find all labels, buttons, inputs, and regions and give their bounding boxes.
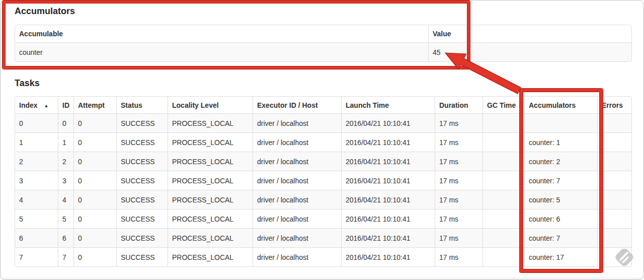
- accumulators-row-0: counter45: [15, 42, 631, 61]
- tasks-cell-locality-level: PROCESS_LOCAL: [168, 152, 253, 171]
- tasks-cell-duration: 17 ms: [435, 228, 482, 247]
- tasks-column-header-locality-level[interactable]: Locality Level: [168, 97, 253, 113]
- tasks-cell-executor-id-host: driver / localhost: [253, 228, 341, 247]
- tasks-table-body: 000SUCCESSPROCESS_LOCALdriver / localhos…: [15, 113, 631, 266]
- tasks-cell-accumulators: counter: 7: [524, 228, 597, 247]
- accumulators-column-header-value: Value: [428, 25, 631, 42]
- tasks-cell-duration: 17 ms: [435, 190, 482, 209]
- tasks-cell-status: SUCCESS: [116, 209, 168, 228]
- tasks-cell-duration: 17 ms: [435, 132, 482, 152]
- tasks-cell-errors: [597, 152, 631, 171]
- tasks-table-head: Index▲IDAttemptStatusLocality LevelExecu…: [15, 97, 631, 113]
- accumulators-cell-accumulable: counter: [15, 42, 428, 61]
- tasks-cell-id: 0: [58, 113, 73, 132]
- column-header-label: Accumulable: [19, 30, 63, 38]
- tasks-table: Index▲IDAttemptStatusLocality LevelExecu…: [15, 96, 632, 267]
- tasks-cell-executor-id-host: driver / localhost: [253, 247, 341, 266]
- tasks-cell-accumulators: counter: 2: [524, 152, 597, 171]
- tasks-cell-errors: [597, 228, 631, 247]
- tasks-column-header-status[interactable]: Status: [116, 97, 168, 113]
- screenshot-frame: Accumulators AccumulableValue counter45 …: [0, 0, 644, 280]
- tasks-row-0: 000SUCCESSPROCESS_LOCALdriver / localhos…: [15, 113, 631, 132]
- tasks-cell-executor-id-host: driver / localhost: [253, 190, 341, 209]
- accumulators-table: AccumulableValue counter45: [15, 25, 632, 62]
- tasks-cell-status: SUCCESS: [116, 132, 168, 152]
- tasks-column-header-executor-id-host[interactable]: Executor ID / Host: [253, 97, 341, 113]
- tasks-cell-locality-level: PROCESS_LOCAL: [168, 209, 253, 228]
- tasks-cell-index: 0: [15, 113, 58, 132]
- column-header-label: Attempt: [78, 101, 105, 109]
- column-header-label: Errors: [602, 101, 623, 109]
- tasks-cell-accumulators: counter: 7: [524, 171, 597, 190]
- column-header-label: Locality Level: [172, 101, 219, 109]
- tasks-cell-id: 5: [58, 209, 73, 228]
- tasks-cell-status: SUCCESS: [116, 152, 168, 171]
- tasks-row-2: 220SUCCESSPROCESS_LOCALdriver / localhos…: [15, 152, 631, 171]
- tasks-cell-status: SUCCESS: [116, 113, 168, 132]
- tasks-cell-index: 5: [15, 209, 58, 228]
- tasks-column-header-attempt[interactable]: Attempt: [73, 97, 116, 113]
- tasks-cell-index: 6: [15, 228, 58, 247]
- tasks-cell-attempt: 0: [73, 190, 116, 209]
- tasks-column-header-gc-time[interactable]: GC Time: [482, 97, 524, 113]
- tasks-header-row: Index▲IDAttemptStatusLocality LevelExecu…: [15, 97, 631, 113]
- tasks-cell-status: SUCCESS: [116, 247, 168, 266]
- tasks-cell-executor-id-host: driver / localhost: [253, 113, 341, 132]
- sort-ascending-icon: ▲: [44, 103, 49, 108]
- tasks-row-3: 330SUCCESSPROCESS_LOCALdriver / localhos…: [15, 171, 631, 190]
- tasks-cell-launch-time: 2016/04/21 10:10:41: [341, 228, 435, 247]
- tasks-cell-id: 6: [58, 228, 73, 247]
- tasks-cell-duration: 17 ms: [435, 113, 482, 132]
- tasks-cell-executor-id-host: driver / localhost: [253, 132, 341, 152]
- tasks-cell-errors: [597, 190, 631, 209]
- tasks-cell-accumulators: counter: 1: [524, 132, 597, 152]
- tasks-cell-status: SUCCESS: [116, 171, 168, 190]
- tasks-cell-index: 1: [15, 132, 58, 152]
- tasks-cell-launch-time: 2016/04/21 10:10:41: [341, 152, 435, 171]
- tasks-column-header-duration[interactable]: Duration: [435, 97, 482, 113]
- tasks-cell-accumulators: counter: 6: [524, 209, 597, 228]
- tasks-cell-index: 7: [15, 247, 58, 266]
- column-header-label: Accumulators: [529, 101, 576, 109]
- tasks-cell-errors: [597, 113, 631, 132]
- accumulators-table-head: AccumulableValue: [15, 25, 631, 42]
- tasks-cell-accumulators: counter: 5: [524, 190, 597, 209]
- tasks-cell-duration: 17 ms: [435, 209, 482, 228]
- tasks-cell-errors: [597, 209, 631, 228]
- tasks-cell-locality-level: PROCESS_LOCAL: [168, 132, 253, 152]
- tasks-cell-launch-time: 2016/04/21 10:10:41: [341, 247, 435, 266]
- tasks-cell-duration: 17 ms: [435, 171, 482, 190]
- tasks-cell-attempt: 0: [73, 132, 116, 152]
- tasks-column-header-errors[interactable]: Errors: [597, 97, 631, 113]
- tasks-cell-errors: [597, 171, 631, 190]
- tasks-column-header-launch-time[interactable]: Launch Time: [341, 97, 435, 113]
- column-header-label: Launch Time: [346, 101, 389, 109]
- tasks-column-header-index[interactable]: Index▲: [15, 97, 58, 113]
- tasks-column-header-id[interactable]: ID: [58, 97, 73, 113]
- tasks-row-7: 770SUCCESSPROCESS_LOCALdriver / localhos…: [15, 247, 631, 266]
- tasks-cell-attempt: 0: [73, 209, 116, 228]
- tasks-cell-gc-time: [482, 152, 524, 171]
- tasks-column-header-accumulators[interactable]: Accumulators: [524, 97, 597, 113]
- tasks-cell-locality-level: PROCESS_LOCAL: [168, 190, 253, 209]
- tasks-cell-index: 3: [15, 171, 58, 190]
- column-header-label: ID: [62, 101, 69, 109]
- tasks-cell-status: SUCCESS: [116, 228, 168, 247]
- tasks-cell-gc-time: [482, 132, 524, 152]
- tasks-row-1: 110SUCCESSPROCESS_LOCALdriver / localhos…: [15, 132, 631, 152]
- tasks-cell-launch-time: 2016/04/21 10:10:41: [341, 132, 435, 152]
- tasks-cell-gc-time: [482, 209, 524, 228]
- tasks-cell-launch-time: 2016/04/21 10:10:41: [341, 113, 435, 132]
- tasks-cell-index: 4: [15, 190, 58, 209]
- accumulators-cell-value: 45: [428, 42, 631, 61]
- accumulators-column-header-accumulable: Accumulable: [15, 25, 428, 42]
- tasks-cell-attempt: 0: [73, 171, 116, 190]
- tasks-row-4: 440SUCCESSPROCESS_LOCALdriver / localhos…: [15, 190, 631, 209]
- column-header-label: Duration: [439, 101, 468, 109]
- tasks-row-5: 550SUCCESSPROCESS_LOCALdriver / localhos…: [15, 209, 631, 228]
- tasks-cell-locality-level: PROCESS_LOCAL: [168, 171, 253, 190]
- tasks-cell-id: 4: [58, 190, 73, 209]
- accumulators-table-body: counter45: [15, 42, 631, 61]
- tasks-cell-errors: [597, 132, 631, 152]
- tasks-cell-attempt: 0: [73, 247, 116, 266]
